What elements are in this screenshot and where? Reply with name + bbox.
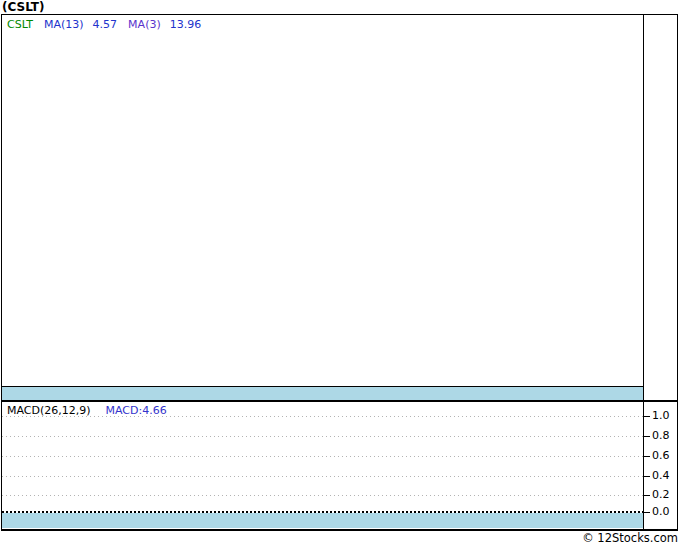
axis-tick-label: 0.6 — [652, 449, 677, 463]
axis-tick — [643, 495, 650, 496]
macd-gridline-0.6 — [2, 456, 643, 457]
y-axis-line — [643, 15, 644, 529]
panel-separator-line — [2, 400, 677, 402]
axis-tick-label: 0.8 — [652, 429, 677, 443]
axis-tick — [643, 476, 650, 477]
macd-gridline-0.8 — [2, 436, 643, 437]
axis-tick — [643, 416, 650, 417]
axis-tick-label: 0.4 — [652, 469, 677, 483]
macd-gridline-0.4 — [2, 476, 643, 477]
ma13-value: 4.57 — [93, 18, 118, 31]
ticker-symbol-label: CSLT — [7, 18, 33, 31]
axis-tick — [643, 436, 650, 437]
macd-bottom-band — [2, 513, 643, 528]
ma3-value: 13.96 — [170, 18, 202, 31]
macd-gridline-0.2 — [2, 495, 643, 496]
axis-tick-label: 0.0 — [652, 505, 677, 519]
macd-gridline-1.0 — [2, 416, 643, 417]
volume-band — [2, 386, 643, 400]
axis-tick — [643, 512, 650, 513]
ma3-label: MA(3) — [128, 18, 161, 31]
chart-title: (CSLT) — [2, 0, 45, 14]
axis-tick — [643, 456, 650, 457]
price-panel-legend: CSLTMA(13)4.57MA(3)13.96 — [7, 18, 201, 31]
chart-frame: CSLTMA(13)4.57MA(3)13.96 MACD(26,12,9)MA… — [1, 14, 678, 531]
axis-tick-label: 0.2 — [652, 488, 677, 502]
axis-tick-label: 1.0 — [652, 409, 677, 423]
copyright-watermark: © 12Stocks.com — [582, 531, 678, 545]
ma13-label: MA(13) — [44, 18, 84, 31]
